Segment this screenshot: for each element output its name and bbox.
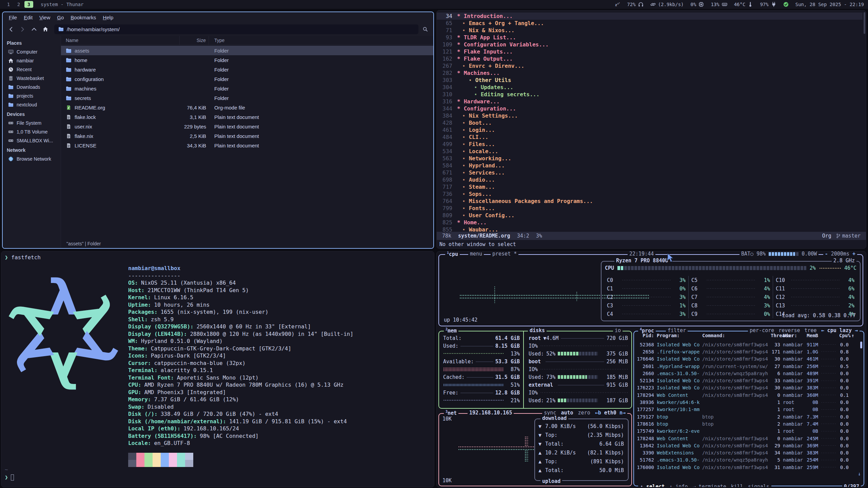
refresh-rate-control[interactable]: - 2000ms +	[823, 251, 857, 257]
proc-footer-action[interactable]: ↓ info	[669, 484, 688, 487]
org-star[interactable]: ⋆	[462, 113, 466, 119]
file-row[interactable]: secrets Folder	[61, 93, 433, 103]
process-row[interactable]: 3390WebExtensions/nix/store/sm8fmrf3wps4…	[637, 449, 855, 456]
process-row[interactable]: 176223Isolated Web Co/nix/store/sm8fmrf3…	[637, 384, 855, 391]
org-star[interactable]: *	[457, 105, 460, 112]
process-row[interactable]: 178616btopbtop2nambiar7.4M0.0	[637, 420, 855, 427]
module-battery[interactable]: 97%	[760, 2, 776, 7]
menu-item[interactable]: Edit	[20, 14, 36, 21]
process-row[interactable]: 178248Web Content/nix/store/sm8fmrf3wps4…	[637, 435, 855, 442]
org-star[interactable]: ⋆	[462, 212, 466, 219]
org-star[interactable]: ⋆	[462, 162, 466, 169]
process-row[interactable]: 175749kworker/6:2-even1root0B0.0	[637, 428, 855, 435]
org-star[interactable]: *	[457, 48, 460, 55]
menu-item[interactable]: File	[5, 14, 20, 21]
column-type[interactable]: Type	[209, 36, 433, 45]
proc-footer-action[interactable]: kill	[731, 484, 743, 487]
back-button[interactable]	[6, 24, 16, 34]
sidebar-item-wastebasket[interactable]: Wastebasket	[3, 74, 61, 83]
org-star[interactable]: ⋆	[462, 20, 466, 26]
module-temperature[interactable]: 46°C	[734, 2, 753, 7]
process-row[interactable]: 13642Isolated Web Co/nix/store/sm8fmrf3w…	[637, 442, 855, 449]
menu-item[interactable]: Go	[54, 14, 67, 21]
tab-net[interactable]: 3net	[444, 410, 458, 416]
sidebar-item-volume[interactable]: 1,0 TB Volume	[3, 127, 61, 136]
sidebar-item-projects[interactable]: projects	[3, 92, 61, 100]
org-star[interactable]: ⋆	[462, 27, 466, 34]
process-row[interactable]: 52368Isolated Web Co/nix/store/sm8fmrf3w…	[637, 341, 855, 348]
org-star[interactable]: ⋆	[462, 177, 466, 183]
org-star[interactable]: ⋆	[462, 155, 466, 162]
file-row[interactable]: hardware Folder	[61, 65, 433, 74]
org-star[interactable]: ⋆	[462, 198, 466, 204]
buffer-name[interactable]: system/README.org	[458, 233, 510, 239]
module-network[interactable]: (2.9kb/s)	[650, 2, 684, 7]
org-star[interactable]: *	[457, 98, 460, 105]
process-row[interactable]: 179127btopbtop2nambiar7.3M0.0	[637, 413, 855, 420]
net-prev-iface[interactable]: ←b	[595, 410, 601, 416]
file-row[interactable]: assets Folder	[61, 46, 433, 55]
org-star[interactable]: ⋆	[469, 77, 472, 83]
sidebar-item-smallbox[interactable]: SMALLBOX Wi...	[3, 136, 61, 145]
terminal-window[interactable]: ❯ fastfetch λ λ λ λ λ λ nambiar@smallbox…	[1, 251, 434, 487]
module-memory[interactable]: 13%	[711, 2, 727, 7]
org-star[interactable]: ⋆	[474, 91, 477, 98]
file-row[interactable]: machines Folder	[61, 84, 433, 93]
org-star[interactable]: *	[457, 219, 460, 226]
process-row[interactable]: 2658.firefox-wrappe/nix/store/sm8fmrf3wp…	[637, 348, 855, 355]
tab-cpu[interactable]: 1cpu	[445, 251, 460, 257]
process-row[interactable]: 51762.emacs-31.0.50-/nix/store/wnqz5pa8r…	[637, 456, 855, 464]
file-row[interactable]: LICENSE 34,3 KiB Plain text document	[61, 141, 433, 150]
sidebar-item-computer[interactable]: Computer	[3, 47, 61, 56]
process-row[interactable]: 177257kworker/10:1-mm_1root0B0.0	[637, 406, 855, 413]
module-volume[interactable]: 72%	[627, 2, 643, 7]
org-star[interactable]: ⋆	[474, 84, 477, 90]
org-star[interactable]: *	[457, 56, 460, 62]
emacs-scrollbar[interactable]	[864, 12, 865, 34]
org-star[interactable]: ⋆	[462, 120, 466, 126]
org-star[interactable]: ⋆	[462, 127, 466, 133]
sort-next[interactable]: →	[855, 327, 858, 333]
forward-button[interactable]	[18, 24, 27, 34]
process-row[interactable]: 38936kworker/u64:6-kc1root0B0.0	[637, 399, 855, 406]
org-star[interactable]: *	[457, 34, 460, 41]
major-mode[interactable]: Org	[822, 233, 831, 239]
org-star[interactable]: ⋆	[462, 141, 466, 147]
proc-footer-action[interactable]: signals	[748, 484, 769, 487]
proc-footer-action[interactable]: ↑ select	[640, 484, 665, 487]
up-button[interactable]	[29, 24, 39, 34]
module-clock[interactable]: Sun, 28 Sep 2025 - 22:19	[795, 2, 864, 7]
org-star[interactable]: ⋆	[462, 134, 466, 140]
tab-menu[interactable]: menu	[468, 251, 484, 257]
column-size[interactable]: Size	[180, 36, 209, 45]
column-name[interactable]: Name	[61, 36, 180, 45]
proc-scrollbar[interactable]	[860, 342, 862, 348]
module-idle[interactable]	[615, 2, 620, 7]
workspace-button[interactable]: 3	[24, 1, 33, 8]
sidebar-item-filesystem[interactable]: File System	[3, 119, 61, 127]
org-star[interactable]: ⋆	[462, 191, 466, 197]
workspace-button[interactable]: 1	[4, 1, 13, 8]
org-star[interactable]: *	[457, 13, 460, 19]
process-row[interactable]: 2660.emacs-31.0.50-/nix/store/wnqz5pa8ra…	[637, 370, 855, 377]
process-row[interactable]: 176646Isolated Web Co/nix/store/sm8fmrf3…	[637, 355, 855, 363]
org-star[interactable]: *	[457, 41, 460, 48]
file-row[interactable]: flake.lock 3,1 KiB Plain text document	[61, 112, 433, 122]
process-row[interactable]: 176000Isolated Web Co/nix/store/sm8fmrf3…	[637, 464, 855, 471]
search-button[interactable]	[420, 24, 430, 34]
home-button[interactable]	[41, 24, 50, 34]
tab-preset[interactable]: preset *	[491, 251, 518, 257]
menu-item[interactable]: Help	[99, 14, 117, 21]
sidebar-item-home[interactable]: nambiar	[3, 56, 61, 65]
org-star[interactable]: ⋆	[462, 63, 466, 69]
file-row[interactable]: flake.nix 2,5 KiB Plain text document	[61, 131, 433, 141]
sidebar-item-nextcloud[interactable]: nextcloud	[3, 100, 61, 109]
net-zero[interactable]: zero	[578, 410, 590, 416]
net-next-iface[interactable]: n→	[619, 410, 626, 416]
sort-direction[interactable]: ↑	[851, 333, 854, 338]
module-systemd[interactable]	[783, 2, 789, 7]
sidebar-item-browse-network[interactable]: Browse Network	[3, 155, 61, 163]
menu-item[interactable]: Bookmarks	[67, 14, 99, 21]
file-row[interactable]: README.org 76,4 KiB Org-mode file	[61, 103, 433, 112]
path-bar[interactable]: /home/nambiar/system/	[54, 24, 418, 34]
